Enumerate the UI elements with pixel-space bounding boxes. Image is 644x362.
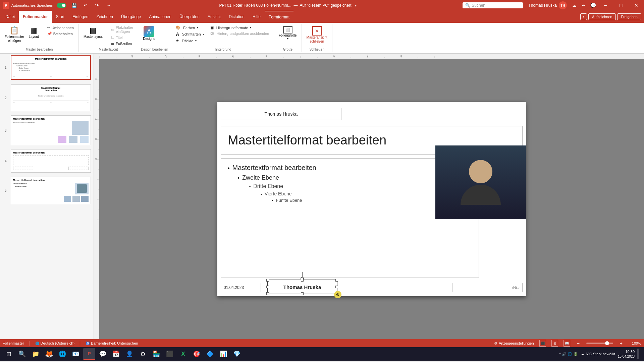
anzeigeeinstellungen[interactable]: ⚙ Anzeigeeinstellungen	[494, 341, 534, 346]
slide-thumb-container-1: 1 Mastertitelformat bearbeiten • Mastert…	[3, 55, 91, 80]
effekte-chevron: ▾	[195, 39, 197, 42]
masteransicht-schliessen-button[interactable]: ✕ Masteransichtschließen	[305, 25, 329, 45]
hintergrundgrafiken-button[interactable]: 🖼 Hintergrundgrafiken ausblenden	[208, 31, 271, 36]
tab-folienmaster[interactable]: Folienmaster	[19, 11, 52, 23]
autosave-toggle[interactable]	[57, 3, 66, 8]
accessibility-status[interactable]: ♿ Barrierefreiheit: Untersuchen	[86, 341, 138, 345]
show-desktop-btn[interactable]	[637, 349, 639, 359]
beibehalten-button[interactable]: 📌 Beibehalten	[45, 31, 76, 37]
slide-thumb-2[interactable]: Mastertitelformatbearbeiten Master-Unter…	[11, 84, 91, 111]
redo-icon[interactable]: ↷	[92, 1, 102, 10]
tab-einfuegen[interactable]: Einfügen	[68, 11, 92, 23]
taskbar-person[interactable]: 👤	[123, 348, 136, 360]
freigeben-button[interactable]: Freigeben	[617, 13, 641, 20]
taskbar-excel[interactable]: X	[177, 348, 189, 360]
slide-thumb-3[interactable]: Mastertitelformat bearbeiten • Mastertex…	[11, 115, 91, 145]
view-sorter-btn[interactable]: ⊞	[551, 340, 558, 347]
save-location: Auf "diesem PC" gespeichert	[300, 3, 352, 8]
folienmaster-einfuegen-button[interactable]: 📋 Folienmastereinfügen	[3, 25, 26, 44]
taskbar-app3[interactable]: 🔷	[204, 348, 216, 360]
farben-button[interactable]: 🎨 Farben ▾	[174, 25, 206, 31]
layout-button[interactable]: ▦ Layout	[27, 25, 41, 40]
settings-icon: ⚙	[494, 341, 497, 346]
taskbar-app5[interactable]: 💎	[231, 348, 243, 360]
search-taskbar-button[interactable]: 🔍	[16, 348, 28, 360]
effekte-button[interactable]: ★ Effekte ▾	[174, 38, 206, 44]
tab-dictation[interactable]: Dictation	[225, 11, 249, 23]
taskbar-teams[interactable]: 💬	[97, 348, 109, 360]
search-box[interactable]: 🔍 Suchen	[463, 2, 523, 8]
comments-icon[interactable]: 💬	[588, 1, 598, 10]
taskbar-app2[interactable]: 🎯	[191, 348, 203, 360]
handle-tr[interactable]	[335, 279, 338, 282]
schriftarten-button[interactable]: A Schriftarten ▾	[174, 31, 206, 38]
tab-hilfe[interactable]: Hilfe	[249, 11, 265, 23]
view-reading-btn[interactable]: 📖	[564, 340, 570, 347]
zoom-slider[interactable]	[586, 343, 613, 344]
tab-formformat[interactable]: Formformat	[265, 11, 293, 23]
tab-ueberpruefen[interactable]: Überprüfen	[175, 11, 204, 23]
pen-icon[interactable]: ✒	[579, 1, 588, 10]
tab-uebergaenge[interactable]: Übergänge	[117, 11, 145, 23]
zoom-level[interactable]: 109%	[629, 341, 641, 345]
language-status[interactable]: 🌐 Deutsch (Österreich)	[35, 341, 74, 345]
more-options-icon[interactable]: ⋯	[104, 1, 113, 10]
handle-bl[interactable]	[266, 292, 269, 295]
designs-button[interactable]: A Designs	[141, 25, 157, 42]
tab-animationen[interactable]: Animationen	[145, 11, 175, 23]
close-button[interactable]: ✕	[629, 0, 644, 11]
foliengroesse-button[interactable]: ⬜ Foliengröße ▾	[277, 25, 299, 42]
view-normal-btn[interactable]: ⬛	[539, 340, 546, 347]
umbenennen-button[interactable]: ✏ Umbenennen	[45, 25, 76, 31]
handle-bm[interactable]	[301, 292, 304, 295]
thumb-2-r: ▭	[87, 102, 89, 104]
start-button[interactable]: ⊞	[3, 348, 15, 360]
aufzeichnen-button[interactable]: Aufzeichnen	[588, 13, 616, 20]
taskbar-firefox[interactable]: 🦊	[43, 348, 55, 360]
cloud-icon[interactable]: ☁	[570, 1, 579, 10]
accessibility-icon: ♿	[86, 342, 90, 345]
thumb-1-name: ▭	[50, 75, 52, 77]
tab-start[interactable]: Start	[52, 11, 68, 23]
main-canvas[interactable]: Thomas Hruska Mastertitelformat bearbeit…	[99, 59, 644, 339]
umbenennen-icon: ✏	[47, 25, 50, 30]
taskbar-settings[interactable]: ⚙	[137, 348, 149, 360]
taskbar-app4[interactable]: 📊	[217, 348, 229, 360]
ribbon-collapse-icon[interactable]: ▾	[580, 13, 587, 20]
platzhalter-group: ▭ Platzhaltereinfügen ☐ Titel ☰ Fußzeile…	[109, 25, 135, 46]
handle-tl[interactable]	[266, 279, 269, 282]
tab-zeichnen[interactable]: Zeichnen	[92, 11, 117, 23]
undo-icon[interactable]: ↶	[81, 1, 90, 10]
save-location-icon: ▾	[355, 4, 357, 7]
taskbar-outlook[interactable]: 📧	[70, 348, 82, 360]
fusszeilen-button[interactable]: ☰ Fußzeilen	[109, 41, 135, 46]
handle-mr[interactable]	[335, 286, 338, 288]
taskbar-terminal[interactable]: ⬛	[164, 348, 176, 360]
slide-thumb-1[interactable]: Mastertitelformat bearbeiten • Mastertit…	[11, 55, 91, 80]
handle-tm[interactable]	[301, 279, 304, 282]
taskbar-files[interactable]: 📁	[30, 348, 42, 360]
clock: 10:30 15.04.2023	[618, 349, 635, 358]
tab-ansicht[interactable]: Ansicht	[204, 11, 225, 23]
zoom-out-btn[interactable]: −	[576, 341, 581, 346]
save-icon[interactable]: 💾	[69, 1, 79, 10]
platzhalter-button[interactable]: ▭ Platzhaltereinfügen	[109, 25, 135, 34]
hintergrundformate-chevron: ▾	[250, 26, 251, 29]
maximize-button[interactable]: □	[613, 0, 629, 11]
effekte-icon: ★	[176, 39, 179, 43]
zoom-thumb[interactable]	[605, 341, 609, 345]
taskbar-powerpoint[interactable]: P	[83, 348, 95, 360]
move-indicator: ⊕	[334, 291, 341, 298]
handle-ml[interactable]	[266, 286, 269, 288]
slide-thumb-4[interactable]: Mastertitelformat bearbeiten	[11, 149, 91, 173]
hintergrundformate-button[interactable]: ▣ Hintergrundformate ▾	[208, 25, 271, 31]
taskbar-store[interactable]: 🏪	[150, 348, 162, 360]
taskbar-chrome[interactable]: 🌐	[56, 348, 68, 360]
zoom-in-btn[interactable]: +	[619, 341, 624, 346]
taskbar-calendar[interactable]: 📅	[110, 348, 122, 360]
tab-datei[interactable]: Datei	[1, 11, 19, 23]
slide-thumb-5[interactable]: Mastertitelformat bearbeiten • Mastertex…	[11, 177, 91, 204]
masterlayout-button[interactable]: ▤ Masterlayout	[82, 25, 105, 40]
minimize-button[interactable]: ─	[598, 0, 613, 11]
footer-name-box-selected[interactable]: ⊕ Thomas Hruska	[267, 280, 337, 294]
